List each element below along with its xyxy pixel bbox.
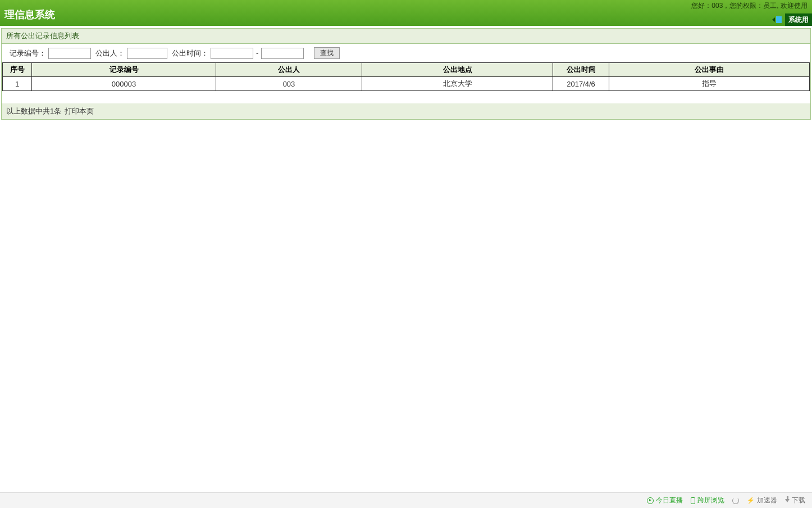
header-time: 公出时间 [553, 63, 609, 77]
mobile-icon [691, 497, 695, 504]
nav-arrows[interactable] [772, 16, 783, 23]
date-from-input[interactable] [211, 48, 253, 59]
welcome-text: 您好：003，您的权限：员工, 欢迎使用 [691, 1, 808, 11]
print-link[interactable]: 打印本页 [65, 107, 94, 115]
status-accelerator[interactable]: ⚡ 加速器 [747, 496, 777, 505]
browser-status-bar: 今日直播 跨屏浏览 ⚡ 加速器 下载 [0, 492, 812, 508]
status-live-label: 今日直播 [656, 496, 683, 505]
date-to-input[interactable] [261, 48, 304, 59]
header-person: 公出人 [216, 63, 362, 77]
summary-text: 以上数据中共1条 [6, 107, 61, 115]
window-icon [776, 16, 782, 23]
search-row: 记录编号： 公出人： 公出时间： - 查找 [2, 44, 810, 62]
table-footer: 以上数据中共1条 打印本页 [2, 103, 810, 119]
header-record: 记录编号 [32, 63, 216, 77]
header-place: 公出地点 [362, 63, 553, 77]
header-bar: 您好：003，您的权限：员工, 欢迎使用 理信息系统 系统用 [0, 0, 812, 26]
system-user-tab[interactable]: 系统用 [785, 13, 812, 26]
cell-reason: 指导 [609, 77, 810, 91]
header-reason: 公出事由 [609, 63, 810, 77]
play-icon [647, 497, 654, 504]
status-cross-label: 跨屏浏览 [697, 496, 724, 505]
cell-time: 2017/4/6 [553, 77, 609, 91]
header-nav: 系统用 [772, 13, 812, 26]
cell-seq: 1 [3, 77, 32, 91]
status-download[interactable]: 下载 [785, 496, 805, 505]
search-button[interactable]: 查找 [314, 47, 340, 59]
record-input[interactable] [48, 48, 91, 59]
rocket-icon: ⚡ [747, 497, 755, 504]
status-cross-screen[interactable]: 跨屏浏览 [691, 496, 724, 505]
header-seq: 序号 [3, 63, 32, 77]
date-separator: - [256, 49, 258, 57]
download-icon [785, 499, 790, 502]
table-row[interactable]: 1 000003 003 北京大学 2017/4/6 指导 [3, 77, 810, 91]
status-download-label: 下载 [792, 496, 805, 505]
refresh-icon [732, 497, 739, 504]
record-label: 记录编号： [10, 48, 46, 58]
arrow-left-icon [772, 17, 775, 22]
time-label: 公出时间： [172, 48, 208, 58]
content-panel: 所有公出记录信息列表 记录编号： 公出人： 公出时间： - 查找 序号 记录编号… [1, 28, 811, 120]
cell-place: 北京大学 [362, 77, 553, 91]
person-label: 公出人： [95, 48, 125, 58]
cell-record: 000003 [32, 77, 216, 91]
system-title: 理信息系统 [4, 8, 55, 21]
panel-title: 所有公出记录信息列表 [2, 29, 810, 44]
person-input[interactable] [127, 48, 167, 59]
cell-person: 003 [216, 77, 362, 91]
table-header-row: 序号 记录编号 公出人 公出地点 公出时间 公出事由 [3, 63, 810, 77]
data-table: 序号 记录编号 公出人 公出地点 公出时间 公出事由 1 000003 003 … [2, 62, 810, 91]
status-live[interactable]: 今日直播 [647, 496, 683, 505]
status-accel-label: 加速器 [757, 496, 777, 505]
status-refresh[interactable] [732, 497, 739, 504]
